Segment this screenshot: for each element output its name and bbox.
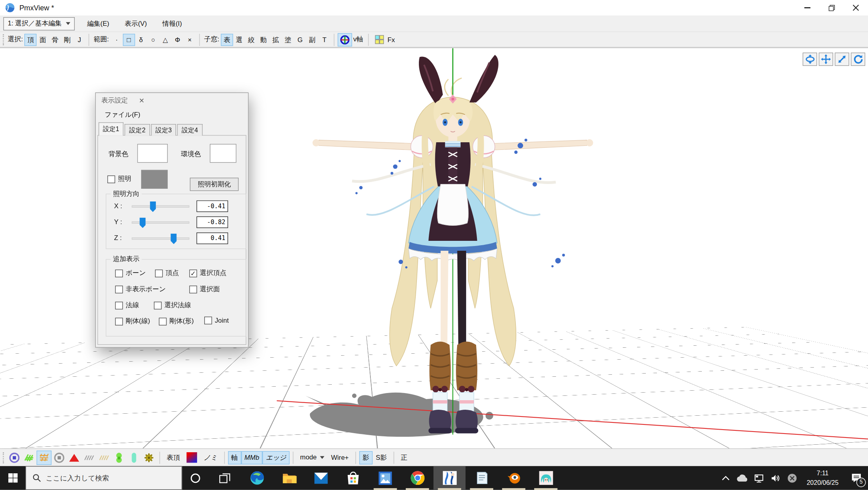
volume-tray-button[interactable] <box>767 466 784 490</box>
tab-settings-3[interactable]: 設定3 <box>151 124 176 136</box>
front-view-button[interactable]: 正 <box>397 451 411 464</box>
subwin-filter-button[interactable]: 絞 <box>245 33 258 46</box>
capsule-cyan-button[interactable] <box>126 450 141 465</box>
taskbar-app-task-view[interactable] <box>209 466 241 490</box>
select-face-button[interactable]: 面 <box>37 33 49 46</box>
start-button[interactable] <box>0 466 25 490</box>
range-triangle-button[interactable]: △ <box>159 33 172 46</box>
triangle-red-button[interactable] <box>66 450 81 465</box>
onedrive-tray-button[interactable] <box>734 466 751 490</box>
orbit-button[interactable] <box>803 52 817 66</box>
select-rigid-button[interactable]: 剛 <box>61 33 74 46</box>
checkbox-selected-normal[interactable] <box>154 301 162 309</box>
select-bone-button[interactable]: 骨 <box>49 33 61 46</box>
taskbar-search[interactable] <box>25 466 182 490</box>
dialog-title-bar[interactable]: 表示設定 ✕ <box>96 93 248 108</box>
select-joint-button[interactable]: J <box>73 33 85 46</box>
scribble-green-button[interactable] <box>21 450 37 465</box>
checkbox-rigid-line[interactable] <box>115 318 123 325</box>
bone-green-button[interactable] <box>111 450 126 465</box>
zoom-button[interactable] <box>835 52 849 66</box>
taskbar-app-file-explorer[interactable] <box>273 466 305 490</box>
slider-z[interactable] <box>132 238 189 240</box>
edit-mode-dropdown[interactable]: 1: 選択／基本編集 <box>3 17 75 30</box>
slider-y[interactable] <box>132 221 189 224</box>
menu-view[interactable]: 表示(V) <box>117 17 155 30</box>
taskbar-app-mail[interactable] <box>305 466 337 490</box>
slider-x-value[interactable]: -0.41 <box>196 200 228 212</box>
self-shadow-button[interactable]: S影 <box>372 451 390 464</box>
checkbox-vertex[interactable] <box>155 269 163 277</box>
subwin-motion-button[interactable]: 動 <box>258 33 270 46</box>
toolbar-grip[interactable] <box>3 452 4 463</box>
subwin-sub-button[interactable]: 副 <box>306 33 318 46</box>
subwin-expand-button[interactable]: 拡 <box>269 33 282 46</box>
mmb-button[interactable]: MMb <box>241 451 263 464</box>
tab-settings-2[interactable]: 設定2 <box>125 124 150 136</box>
taskbar-app-notepad[interactable] <box>465 466 498 490</box>
slider-z-thumb[interactable] <box>171 234 177 244</box>
slider-y-value[interactable]: -0.82 <box>196 217 228 228</box>
taskbar-app-photos[interactable] <box>369 466 401 490</box>
subwin-select-button[interactable]: 選 <box>233 33 245 46</box>
local-axis-button[interactable] <box>338 33 352 46</box>
gear-olive-button[interactable] <box>141 450 156 465</box>
front-vertex-button[interactable]: 表頂 <box>163 451 183 464</box>
taskbar-app-pmx-editor[interactable] <box>434 466 466 490</box>
checkbox-joint[interactable] <box>204 317 212 325</box>
menu-edit[interactable]: 編集(E) <box>79 17 117 30</box>
slider-x[interactable] <box>132 205 189 208</box>
range-phi-button[interactable]: Φ <box>171 33 184 46</box>
hatch-tan-button[interactable] <box>96 450 111 465</box>
menu-info[interactable]: 情報(I) <box>155 17 190 30</box>
light-checkbox[interactable] <box>107 175 115 183</box>
tab-settings-1[interactable]: 設定1 <box>99 122 124 136</box>
close-button[interactable] <box>844 0 868 15</box>
checkbox-normal[interactable] <box>115 301 123 309</box>
range-delta-button[interactable]: δ <box>135 33 147 46</box>
network-tray-button[interactable] <box>751 466 767 490</box>
hatch-gray-button[interactable] <box>81 450 97 465</box>
range-point-button[interactable]: · <box>110 33 123 46</box>
vertex-gray-button[interactable] <box>52 450 67 465</box>
taskbar-app-mmd[interactable] <box>530 466 562 490</box>
search-input[interactable] <box>46 474 168 482</box>
subwin-display-button[interactable]: 表 <box>221 33 233 46</box>
taskbar-app-store[interactable] <box>337 466 369 490</box>
taskbar-app-edge[interactable] <box>241 466 273 490</box>
checkbox-hidden-bone[interactable] <box>115 285 123 293</box>
slider-z-value[interactable]: 0.41 <box>196 232 228 244</box>
select-vertex-button[interactable]: 頂 <box>25 33 37 46</box>
scribble-orange-button[interactable] <box>37 450 52 465</box>
bg-color-swatch[interactable] <box>137 144 168 163</box>
mode-dropdown[interactable]: mode <box>297 451 328 464</box>
range-x-button[interactable]: × <box>184 33 196 46</box>
hidden-icons-button[interactable] <box>717 466 734 490</box>
taskbar-app-chrome[interactable] <box>401 466 434 490</box>
toolbar-grip[interactable] <box>3 34 4 45</box>
edge-button[interactable]: エッジ <box>263 451 290 464</box>
dialog-close-button[interactable]: ✕ <box>134 93 150 108</box>
fx-button[interactable] <box>372 33 386 46</box>
range-rect-button[interactable]: □ <box>123 33 135 46</box>
taskbar-app-blender[interactable] <box>498 466 530 490</box>
wire-plus-button[interactable]: Wire+ <box>328 451 352 464</box>
status-x-tray-button[interactable] <box>784 466 800 490</box>
light-color-swatch[interactable] <box>141 170 168 189</box>
subwin-g-button[interactable]: G <box>294 33 306 46</box>
minimize-button[interactable] <box>795 0 819 15</box>
cortana-button[interactable] <box>182 466 209 490</box>
checkbox-selected-vertex[interactable]: ✓ <box>189 269 197 277</box>
weight-gradient-icon[interactable] <box>186 452 197 463</box>
checkbox-bone[interactable] <box>115 269 123 277</box>
tab-settings-4[interactable]: 設定4 <box>177 124 202 136</box>
dialog-menu-file[interactable]: ファイル(F) <box>105 110 140 119</box>
taskbar-clock[interactable]: 7:11 2020/06/25 <box>800 469 845 487</box>
range-circle-button[interactable]: ○ <box>147 33 159 46</box>
restore-button[interactable] <box>819 0 843 15</box>
subwin-paint-button[interactable]: 塗 <box>282 33 294 46</box>
nomi-button[interactable]: ノミ <box>200 451 221 464</box>
pan-button[interactable] <box>819 52 833 66</box>
slider-y-thumb[interactable] <box>140 217 145 228</box>
subwin-t-button[interactable]: T <box>318 33 331 46</box>
